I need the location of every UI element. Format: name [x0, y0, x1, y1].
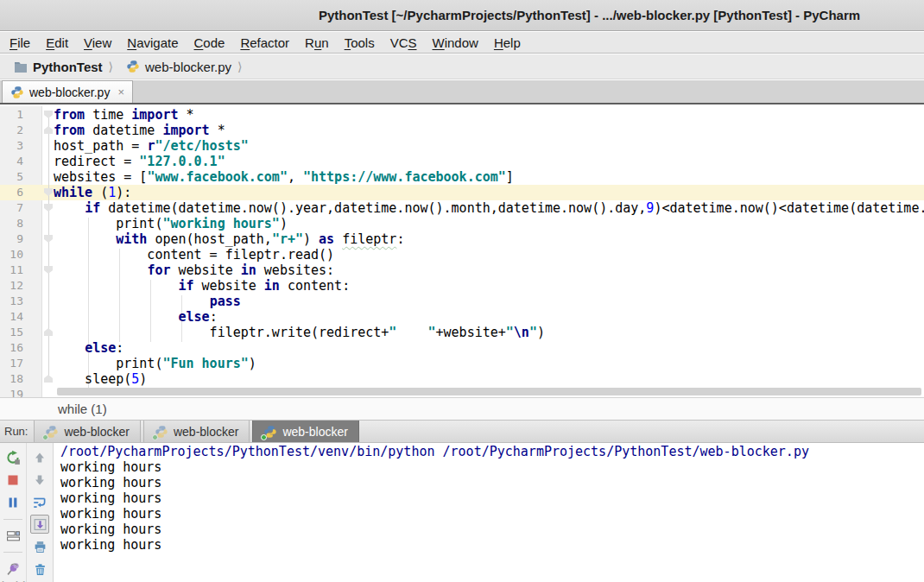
fold-marker[interactable]	[44, 235, 53, 243]
menu-run[interactable]: Run	[297, 35, 337, 50]
console-toolbar	[27, 443, 54, 582]
menu-help[interactable]: Help	[486, 35, 528, 50]
code-line[interactable]: print("Fun hours")	[54, 356, 924, 371]
menu-navigate[interactable]: Navigate	[119, 35, 186, 50]
fold-marker[interactable]	[44, 375, 53, 383]
up-button[interactable]	[30, 448, 49, 467]
running-indicator	[261, 434, 267, 440]
toolbar-separator	[3, 552, 22, 553]
up-icon	[33, 451, 47, 465]
line-number: 17	[0, 356, 40, 371]
down-button[interactable]	[30, 471, 49, 490]
stop-button[interactable]	[3, 471, 22, 490]
menu-vcs[interactable]: VCS	[383, 35, 425, 50]
fold-marker[interactable]	[44, 204, 53, 212]
soft-wraps-button[interactable]	[30, 493, 49, 512]
line-number: 9	[0, 231, 40, 247]
menu-code[interactable]: Code	[187, 35, 233, 50]
code-line[interactable]: host_path = r"/etc/hosts"	[54, 138, 924, 154]
fold-marker[interactable]	[44, 266, 53, 274]
scroll-to-end-icon	[33, 517, 47, 532]
breadcrumb-project[interactable]: PythonTest	[33, 60, 103, 74]
chevron-right-icon: ⟩	[237, 60, 242, 73]
editor-context-bar: while (1)	[0, 397, 924, 420]
console-output-line: working hours	[60, 522, 924, 537]
menu-bar: FileEditViewNavigateCodeRefactorRunTools…	[0, 32, 924, 54]
pause-button[interactable]	[3, 493, 22, 512]
run-tab-1[interactable]: web-blocker	[34, 421, 140, 442]
python-file-icon	[126, 60, 140, 73]
line-number: 6	[0, 185, 40, 200]
pin-button[interactable]	[3, 559, 22, 578]
run-tab-label: web-blocker	[64, 425, 129, 439]
code-line[interactable]: else:	[54, 309, 924, 325]
python-file-icon	[155, 425, 168, 439]
run-toolbar-main	[0, 443, 27, 582]
code-editor[interactable]: 12345678910111213141516171819 from time …	[0, 106, 924, 397]
code-line[interactable]: else:	[54, 340, 924, 356]
code-line[interactable]: if datetime(datetime.now().year,datetime…	[54, 200, 924, 216]
breadcrumb-file[interactable]: web-blocker.py	[145, 60, 231, 74]
code-line[interactable]: print("working hours")	[54, 216, 924, 231]
menu-tools[interactable]: Tools	[337, 35, 383, 50]
console-output-line: working hours	[60, 459, 924, 475]
fold-marker[interactable]	[44, 328, 53, 336]
menu-refactor[interactable]: Refactor	[232, 35, 297, 50]
stop-icon	[6, 473, 20, 487]
run-tab-2[interactable]: web-blocker	[143, 421, 250, 442]
code-line[interactable]: from datetime import *	[54, 123, 924, 138]
console-output-line: working hours	[60, 506, 924, 522]
line-number: 15	[0, 325, 40, 340]
console-output-line: working hours	[60, 537, 924, 553]
line-number: 11	[0, 263, 40, 278]
menu-edit[interactable]: Edit	[38, 35, 76, 50]
console-command-line: /root/PycharmProjects/PythonTest/venv/bi…	[60, 444, 924, 459]
code-line[interactable]: sleep(5)	[54, 371, 924, 387]
code-line[interactable]: websites = ["www.facebook.com", "https:/…	[54, 169, 924, 185]
rerun-button[interactable]	[3, 448, 22, 467]
editor-tab-web-blocker[interactable]: web-blocker.py ×	[2, 80, 133, 103]
line-number: 3	[0, 138, 40, 154]
python-file-icon	[45, 425, 59, 439]
menu-view[interactable]: View	[76, 35, 119, 50]
clipped-icons: › ››	[2, 576, 30, 582]
editor-tab-label: web-blocker.py	[29, 85, 110, 99]
code-line[interactable]: pass	[54, 294, 924, 309]
context-scope-text: while (1)	[58, 402, 107, 416]
code-line[interactable]: fileptr.write(redirect+" "+website+"\n")	[54, 325, 924, 340]
code-line[interactable]: content = fileptr.read()	[54, 247, 924, 263]
restore-layout-button[interactable]	[3, 526, 22, 545]
folder-icon	[14, 60, 28, 73]
line-number: 12	[0, 278, 40, 294]
python-file-icon	[10, 85, 24, 99]
print-button[interactable]	[30, 537, 49, 556]
code-line[interactable]: from time import *	[54, 107, 924, 123]
fold-marker[interactable]	[44, 126, 53, 134]
scroll-to-end-button[interactable]	[30, 515, 49, 534]
code-line[interactable]: redirect = "127.0.0.1"	[54, 154, 924, 169]
code-line[interactable]: while (1):	[54, 185, 924, 200]
code-text-area[interactable]: from time import *from datetime import *…	[54, 107, 924, 397]
code-line[interactable]: with open(host_path,"r+") as fileptr:	[54, 231, 924, 247]
menu-window[interactable]: Window	[425, 35, 486, 50]
line-number: 1	[0, 107, 40, 123]
down-icon	[33, 473, 47, 487]
close-icon[interactable]: ×	[117, 86, 124, 98]
pin-icon	[6, 561, 21, 576]
code-line[interactable]: for website in websites:	[54, 263, 924, 278]
chevron-right-icon: ⟩	[109, 60, 113, 73]
code-line[interactable]: if website in content:	[54, 278, 924, 294]
fold-marker[interactable]	[44, 111, 53, 118]
pycharm-window: PythonTest [~/PycharmProjects/PythonTest…	[0, 0, 924, 582]
restore-layout-icon	[6, 528, 21, 543]
run-tab-3[interactable]: web-blocker	[252, 421, 358, 442]
line-number: 4	[0, 154, 40, 169]
menu-file[interactable]: File	[2, 35, 38, 50]
horizontal-scrollbar[interactable]	[57, 388, 921, 395]
clear-button[interactable]	[30, 560, 49, 579]
line-number: 8	[0, 216, 40, 231]
console-output-line: working hours	[60, 490, 924, 506]
rerun-icon	[5, 450, 21, 465]
run-tab-label: web-blocker	[282, 425, 347, 439]
run-console-output[interactable]: /root/PycharmProjects/PythonTest/venv/bi…	[54, 443, 924, 582]
